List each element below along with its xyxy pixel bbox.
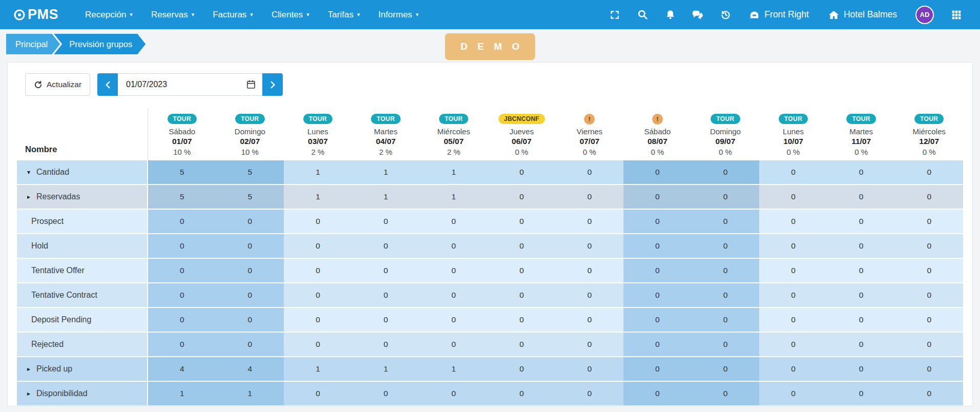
menu-reservas[interactable]: Reservas ▾ <box>144 5 201 25</box>
value-cell: 0 <box>488 283 556 307</box>
breadcrumb-prevision-grupos[interactable]: Previsión grupos <box>54 34 145 54</box>
value-cell: 1 <box>284 185 352 209</box>
previous-date-button[interactable] <box>97 73 118 96</box>
value-cell: 0 <box>148 333 216 356</box>
demo-badge: D E M O <box>445 33 535 60</box>
row-label: Rejected <box>31 340 64 349</box>
column-badge-slot: ! <box>652 112 663 126</box>
value-cell: 0 <box>284 259 352 282</box>
row-label-cell: Rejected <box>17 333 148 356</box>
menu-tarifas[interactable]: Tarifas ▾ <box>321 5 367 25</box>
value-cell: 0 <box>420 210 488 233</box>
collapse-arrow-icon[interactable]: ▾ <box>27 169 36 176</box>
menu-clientes[interactable]: Clientes ▾ <box>264 5 317 25</box>
column-header: TOURLunes03/072 % <box>284 108 352 160</box>
user-avatar[interactable]: AD <box>915 6 934 24</box>
value-cell: 0 <box>352 283 420 307</box>
value-cell: 1 <box>352 185 420 209</box>
warning-icon: ! <box>652 114 663 125</box>
column-day: Lunes <box>783 127 804 136</box>
column-occupancy: 2 % <box>379 148 392 156</box>
column-occupancy: 10 % <box>173 148 191 156</box>
column-day: Martes <box>374 127 398 136</box>
column-date: 11/07 <box>851 137 871 146</box>
column-header: TOURMiércoles05/072 % <box>420 108 488 160</box>
row-label-cell[interactable]: ▸Picked up <box>17 357 148 381</box>
chat-icon[interactable] <box>687 5 708 25</box>
column-occupancy: 0 % <box>719 148 732 156</box>
menu-label: Tarifas <box>328 10 353 20</box>
toolbar: Actualizar <box>25 73 963 96</box>
row-label: Prospect <box>31 217 64 226</box>
value-cell: 0 <box>488 259 556 282</box>
value-cell: 0 <box>895 357 963 381</box>
menu-label: Facturas <box>213 10 246 20</box>
value-cell: 0 <box>895 259 963 282</box>
menu-recepcion[interactable]: Recepción ▾ <box>78 5 140 25</box>
value-cell: 0 <box>692 283 760 307</box>
expand-arrow-icon[interactable]: ▸ <box>27 365 36 373</box>
row-label-cell: Prospect <box>17 210 148 233</box>
column-day: Lunes <box>307 127 328 136</box>
breadcrumb-principal[interactable]: Principal <box>6 34 60 54</box>
chevron-down-icon: ▾ <box>357 11 360 18</box>
chevron-down-icon: ▾ <box>416 11 419 18</box>
column-date: 08/07 <box>648 137 668 146</box>
column-badge-slot: JBCNCONF <box>498 112 545 126</box>
column-day: Sábado <box>169 127 195 136</box>
value-cell: 0 <box>352 210 420 233</box>
row-label-cell[interactable]: ▸Disponibilidad <box>17 382 148 405</box>
chevron-down-icon: ▾ <box>306 11 309 18</box>
row-label-cell[interactable]: ▸Reservadas <box>17 185 148 209</box>
column-badge-slot: TOUR <box>303 112 332 126</box>
value-cell: 0 <box>623 357 692 381</box>
value-cell: 0 <box>284 382 352 405</box>
expand-arrow-icon[interactable]: ▸ <box>27 390 36 397</box>
search-icon[interactable] <box>632 5 653 25</box>
value-cell: 0 <box>352 234 420 258</box>
value-cell: 0 <box>216 308 284 332</box>
column-day: Martes <box>849 127 873 136</box>
value-cell: 5 <box>148 160 216 184</box>
workstation-selector[interactable]: Front Right <box>743 9 815 20</box>
value-cell: 1 <box>284 357 352 381</box>
pms-logo[interactable]: PMS <box>13 7 58 23</box>
value-cell: 0 <box>420 382 488 405</box>
menu-facturas[interactable]: Facturas ▾ <box>205 5 260 25</box>
fullscreen-icon[interactable] <box>604 5 625 25</box>
value-cell: 0 <box>216 333 284 356</box>
menu-label: Informes <box>378 10 412 20</box>
row-label: Deposit Pending <box>31 315 91 324</box>
refresh-button[interactable]: Actualizar <box>25 73 90 96</box>
value-cell: 0 <box>555 259 623 282</box>
hotel-selector[interactable]: Hotel Balmes <box>822 9 903 20</box>
value-cell: 0 <box>148 210 216 233</box>
menu-informes[interactable]: Informes ▾ <box>371 5 426 25</box>
next-date-button[interactable] <box>262 73 283 96</box>
value-cell: 0 <box>623 210 692 233</box>
table-row: ▸Picked up441110000000 <box>17 357 963 381</box>
row-label-cell[interactable]: ▾Cantidad <box>17 160 148 184</box>
value-cell: 0 <box>284 210 352 233</box>
table-row: Tentative Contract000000000000 <box>17 283 963 307</box>
cash-drawer-icon <box>749 10 760 19</box>
expand-arrow-icon[interactable]: ▸ <box>27 193 36 200</box>
warning-icon: ! <box>584 114 595 125</box>
value-cell: 0 <box>555 333 623 356</box>
value-cell: 0 <box>488 210 556 233</box>
apps-grid-icon[interactable] <box>946 5 967 25</box>
date-input[interactable] <box>118 73 262 96</box>
value-cell: 0 <box>148 234 216 258</box>
column-day: Domingo <box>235 127 265 136</box>
calendar-icon[interactable] <box>246 79 256 92</box>
value-cell: 0 <box>759 234 827 258</box>
value-cell: 0 <box>827 234 895 258</box>
value-cell: 0 <box>488 333 556 356</box>
tour-badge: TOUR <box>168 114 197 124</box>
value-cell: 5 <box>216 160 284 184</box>
history-icon[interactable] <box>715 5 736 25</box>
value-cell: 0 <box>827 160 895 184</box>
bell-icon[interactable] <box>660 5 680 25</box>
column-occupancy: 2 % <box>311 148 325 156</box>
column-date: 04/07 <box>376 137 396 146</box>
